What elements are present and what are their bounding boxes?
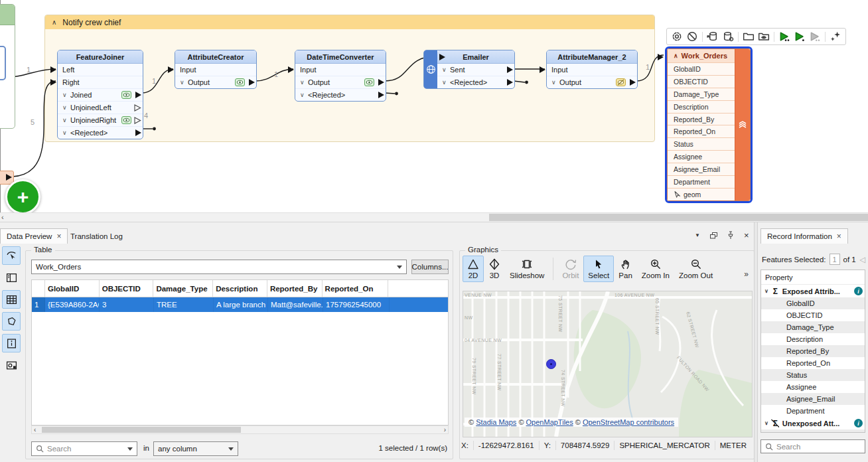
- port-joined[interactable]: ∨Joined: [58, 88, 143, 101]
- graphics-slideshow-button[interactable]: Slideshow: [505, 256, 549, 282]
- collapse-port-icon[interactable]: ∨: [62, 92, 70, 98]
- run-disabled-button[interactable]: [808, 30, 822, 43]
- info-icon[interactable]: i: [854, 419, 863, 427]
- port-input[interactable]: Input: [175, 64, 256, 76]
- inspect-folder-button[interactable]: [757, 30, 770, 43]
- collapse-node-icon[interactable]: ∧: [674, 52, 678, 59]
- attribute-row[interactable]: OBJECTID: [761, 309, 865, 321]
- attribute-row[interactable]: Assignee: [761, 381, 865, 393]
- attribute-group-row[interactable]: ∨ΣExposed Attrib...i: [761, 285, 865, 297]
- table-row[interactable]: 1{E539A860-2AC...3TREEA large branch ...…: [32, 297, 448, 312]
- pin-panel-icon[interactable]: [727, 231, 734, 240]
- collapse-port-icon[interactable]: ∨: [300, 79, 308, 86]
- column-header[interactable]: Damage_Type: [153, 280, 213, 297]
- table-cell[interactable]: Matt@safeville.g...: [268, 297, 323, 312]
- attribute-row[interactable]: Reported_On: [761, 357, 865, 369]
- attribute-row[interactable]: Description: [761, 333, 865, 345]
- canvas-horizontal-scrollbar[interactable]: ‹: [0, 212, 868, 222]
- port-output[interactable]: ∨Output: [295, 76, 386, 88]
- graphics-select-button[interactable]: Select: [583, 256, 614, 282]
- record-information-button[interactable]: [2, 334, 21, 352]
- disable-button[interactable]: [686, 30, 699, 43]
- run-selected-button[interactable]: [793, 30, 806, 43]
- inspect-enabled-icon[interactable]: [235, 78, 245, 86]
- graphics-view-button[interactable]: [2, 312, 21, 331]
- graphics-zoom-out-button[interactable]: Zoom Out: [674, 256, 717, 282]
- map-view[interactable]: VENUE NWNW04 AVENUE NW106 AVENUE NW75 ST…: [463, 291, 753, 437]
- transformer-datetimeconverter[interactable]: DateTimeConverterInput∨Output∨<Rejected>: [295, 50, 386, 102]
- attribute-row[interactable]: GlobalID: [761, 297, 865, 309]
- close-tab-icon[interactable]: ×: [837, 232, 841, 241]
- writer-attribute[interactable]: Reported_On: [668, 125, 735, 137]
- scrollbar-thumb[interactable]: [42, 427, 241, 433]
- writer-attribute[interactable]: Asignee_Email: [668, 163, 735, 175]
- save-image-button[interactable]: [2, 356, 21, 374]
- toolbar-overflow-icon[interactable]: »: [744, 270, 749, 279]
- ai-assist-button[interactable]: [829, 30, 842, 43]
- collapse-port-icon[interactable]: ∨: [180, 79, 188, 86]
- graphics-2d-button[interactable]: 2D: [463, 256, 484, 282]
- writer-attribute[interactable]: Description: [668, 100, 735, 113]
- collapse-port-icon[interactable]: ∨: [62, 104, 70, 111]
- scroll-left-icon[interactable]: ‹: [34, 426, 36, 433]
- select-features-button[interactable]: [2, 246, 21, 265]
- graphics-orbit-button[interactable]: Orbit: [557, 256, 583, 282]
- add-transformer-button[interactable]: +: [5, 179, 40, 214]
- bookmark-collapse-icon[interactable]: ∧: [52, 19, 56, 26]
- column-header[interactable]: Reported_On: [323, 280, 389, 297]
- graphics-zoom-in-button[interactable]: Zoom In: [637, 256, 674, 282]
- inspect-enabled-icon[interactable]: [121, 116, 131, 124]
- inspect-enabled-icon[interactable]: [364, 78, 374, 86]
- writer-attribute[interactable]: Department: [668, 175, 735, 188]
- search-column-select[interactable]: any column: [153, 441, 238, 456]
- attribute-row[interactable]: Department: [761, 405, 865, 417]
- table-search-input[interactable]: Search: [31, 441, 137, 456]
- port-unjoinedleft[interactable]: ∨UnjoinedLeft: [58, 101, 143, 114]
- attribute-row[interactable]: Damage_Type: [761, 321, 865, 333]
- table-cell[interactable]: TREE: [154, 297, 214, 312]
- graphics-3d-button[interactable]: 3D: [484, 256, 505, 282]
- settings-gear-button[interactable]: [670, 30, 684, 43]
- column-header[interactable]: Description: [213, 280, 267, 297]
- column-header[interactable]: OBJECTID: [100, 280, 154, 297]
- column-header[interactable]: GlobalID: [45, 280, 100, 297]
- table-view-button[interactable]: [2, 290, 21, 309]
- attribution-link[interactable]: Stadia Maps: [476, 418, 516, 426]
- attribute-row[interactable]: db_type: [761, 429, 865, 433]
- writer-settings-button[interactable]: [721, 30, 735, 43]
- table-cell[interactable]: A large branch ...: [214, 297, 268, 312]
- attribute-group-row[interactable]: ∨ΣUnexposed Att...i: [761, 417, 865, 429]
- collapse-port-icon[interactable]: ∨: [62, 117, 70, 123]
- scroll-left-icon[interactable]: ‹: [1, 213, 4, 221]
- writer-attribute[interactable]: GlobalID: [668, 62, 735, 75]
- port-right[interactable]: Right: [58, 76, 143, 88]
- port-rejected[interactable]: ∨<Rejected>: [295, 88, 386, 101]
- column-header[interactable]: Reported_By: [267, 280, 323, 297]
- collapse-group-icon[interactable]: ∨: [764, 288, 768, 294]
- dock-splitter[interactable]: [754, 222, 758, 462]
- writer-import-button[interactable]: [706, 30, 719, 43]
- port-unjoinedright[interactable]: ∨UnjoinedRight: [58, 114, 143, 126]
- bookmark-header[interactable]: ∧ Notify crew chief: [45, 15, 654, 29]
- writer-attribute[interactable]: Status: [668, 137, 735, 150]
- attribute-row[interactable]: Status: [761, 369, 865, 381]
- writer-attribute[interactable]: Reported_By: [668, 113, 735, 125]
- feature-type-select[interactable]: Work_Orders: [31, 260, 407, 274]
- transformer-featurejoiner[interactable]: FeatureJoinerLeftRight∨Joined∨UnjoinedLe…: [57, 50, 143, 139]
- table-horizontal-scrollbar[interactable]: ‹ ›: [31, 425, 449, 434]
- tab-translation-log[interactable]: Translation Log: [64, 228, 129, 244]
- inspect-enabled-icon[interactable]: [121, 91, 131, 99]
- writer-attribute[interactable]: OBJECTID: [668, 75, 735, 88]
- scrollbar-thumb[interactable]: [489, 214, 868, 221]
- transformer-emailer[interactable]: Emailer∨Sent∨<Rejected>: [423, 50, 515, 89]
- port-input[interactable]: Input: [547, 64, 637, 76]
- inspect-disabled-icon[interactable]: [616, 78, 626, 86]
- writer-geometry-row[interactable]: geom: [668, 188, 735, 200]
- collapse-port-icon[interactable]: ∨: [442, 79, 450, 86]
- selected-feature-point[interactable]: [546, 359, 556, 369]
- tab-data-preview[interactable]: Data Preview ×: [0, 228, 68, 244]
- table-cell[interactable]: 3: [100, 297, 154, 312]
- record-information-tree[interactable]: Property∨ΣExposed Attrib...iGlobalIDOBJE…: [760, 270, 865, 433]
- scroll-right-icon[interactable]: ›: [444, 426, 446, 433]
- writer-title-row[interactable]: ∧Work_Orders: [668, 49, 735, 62]
